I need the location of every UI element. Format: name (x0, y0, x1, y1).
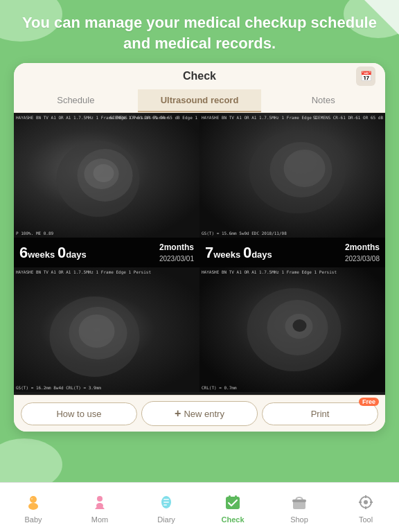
card-header: Check 📅 (14, 63, 385, 89)
nav-item-check[interactable]: Check (200, 491, 266, 524)
nav-label-check: Check (221, 515, 244, 524)
cell-weeks-1: 6weeks 0days (19, 244, 87, 262)
us-text-left-2: HAYASHE BN TV A1 OR A1 1.7.5MHz 1 Frame … (202, 115, 317, 121)
cell-weeks-big-2: 7 (205, 244, 213, 261)
cell-info-2: 7weeks 0days 2months 2023/03/08 (200, 238, 385, 267)
plus-icon: + (175, 407, 181, 420)
diary-icon (155, 491, 177, 513)
new-entry-button[interactable]: + New entry (141, 401, 258, 426)
page-title: You can manage your medical checkup sche… (0, 0, 399, 63)
cell-month-2: 2months (345, 241, 380, 254)
tab-notes[interactable]: Notes (261, 89, 385, 112)
nav-label-shop: Shop (290, 515, 308, 524)
nav-item-mom[interactable]: Mom (66, 491, 133, 524)
us-text-top-1: SIEMENS CR-61 DR-61 OR 65 dB Edge 1 (110, 115, 197, 120)
svg-point-14 (30, 496, 37, 503)
bottom-toolbar: How to use + New entry Print Free (14, 395, 385, 432)
tab-ultrasound[interactable]: Ultrasound record (138, 89, 262, 112)
us-image-4: HAYASHE BN TV A1 OR A1 1.7.5MHz 1 Frame … (200, 267, 385, 392)
cell-meta-1: 2months 2023/03/01 (159, 241, 194, 264)
cell-days-big-1: 0 (57, 244, 66, 261)
svg-point-3 (94, 164, 114, 182)
svg-rect-20 (163, 499, 169, 500)
svg-point-15 (28, 503, 38, 510)
cell-date-2: 2023/03/08 (345, 254, 380, 264)
cell-month-1: 2months (159, 241, 194, 254)
svg-rect-22 (163, 504, 167, 506)
us-text-bottom-1: P 100%. ME 0.89 (16, 231, 53, 236)
ultrasound-cell-4[interactable]: HAYASHE BN TV A1 OR A1 1.7.5MHz 1 Frame … (200, 267, 385, 395)
calendar-icon[interactable]: 📅 (356, 66, 375, 86)
tab-schedule[interactable]: Schedule (14, 89, 138, 112)
nav-item-tool[interactable]: Tool (332, 491, 399, 524)
nav-label-diary: Diary (157, 515, 175, 524)
us-image-3: HAYASHE BN TV A1 OR A1 1.7.5MHz 1 Frame … (14, 267, 200, 392)
main-card: Check 📅 Schedule Ultrasound record Notes (14, 63, 385, 432)
nav-item-diary[interactable]: Diary (133, 491, 200, 524)
shop-icon (288, 491, 310, 513)
baby-icon (22, 491, 44, 513)
mom-icon (89, 491, 111, 513)
svg-rect-21 (163, 502, 169, 503)
print-button[interactable]: Print Free (262, 402, 378, 425)
cell-weeks-2: 7weeks 0days (205, 244, 272, 262)
nav-item-shop[interactable]: Shop (266, 491, 332, 524)
ultrasound-cell-2[interactable]: HAYASHE BN TV A1 OR A1 1.7.5MHz 1 Frame … (200, 113, 385, 267)
nav-label-mom: Mom (91, 515, 108, 524)
us-text-top-2: SIEMENS CR-61 DR-61 OR 65 dB (313, 115, 383, 120)
svg-point-29 (364, 500, 368, 504)
nav-item-baby[interactable]: Baby (0, 491, 66, 524)
cell-days-big-2: 0 (243, 244, 251, 261)
free-badge: Free (359, 398, 379, 406)
us-image-1: HAYASHE BN TV A1 OR A1 1.7.5MHz 1 Frame … (14, 113, 200, 238)
ultrasound-cell-1[interactable]: HAYASHE BN TV A1 OR A1 1.7.5MHz 1 Frame … (14, 113, 200, 267)
svg-point-13 (293, 319, 307, 332)
cell-spacer-4 (200, 392, 385, 395)
us-text-bottom-2: GS(T) = 15.6mm 5w0d EDC 2018/11/08 (202, 231, 287, 236)
tool-icon (355, 491, 377, 513)
us-text-left-3: HAYASHE BN TV A1 OR A1 1.7.5MHz 1 Frame … (16, 269, 151, 275)
tab-bar: Schedule Ultrasound record Notes (14, 89, 385, 113)
ultrasound-cell-3[interactable]: HAYASHE BN TV A1 OR A1 1.7.5MHz 1 Frame … (14, 267, 200, 395)
cell-info-1: 6weeks 0days 2months 2023/03/01 (14, 238, 200, 267)
card-title: Check (183, 70, 216, 82)
nav-label-baby: Baby (24, 515, 42, 524)
ultrasound-grid: HAYASHE BN TV A1 OR A1 1.7.5MHz 1 Frame … (14, 113, 385, 395)
how-to-use-button[interactable]: How to use (21, 402, 137, 425)
us-text-bottom-3: GS(T) = 16.2mm 8w4d CRL(T) = 3.9mm (16, 385, 101, 390)
svg-rect-24 (229, 495, 231, 499)
svg-point-17 (97, 496, 103, 502)
cell-weeks-big-1: 6 (19, 244, 28, 261)
bottom-nav: Baby Mom Diary (0, 482, 399, 532)
new-entry-label: New entry (184, 409, 224, 419)
us-text-bottom-4: CRL(T) = 0.7mm (202, 385, 237, 390)
us-image-2: HAYASHE BN TV A1 OR A1 1.7.5MHz 1 Frame … (200, 113, 385, 238)
cell-meta-2: 2months 2023/03/08 (345, 241, 380, 264)
print-label: Print (311, 409, 330, 419)
check-icon (222, 491, 244, 513)
svg-point-18 (96, 503, 103, 508)
svg-point-6 (284, 150, 326, 187)
cell-date-1: 2023/03/01 (159, 254, 194, 264)
nav-label-tool: Tool (359, 515, 373, 524)
svg-point-16 (31, 498, 33, 499)
corner-decoration (364, 0, 399, 35)
svg-rect-25 (235, 495, 237, 499)
us-text-left-4: HAYASHE BN TV A1 OR A1 1.7.5MHz 1 Frame … (202, 269, 337, 275)
cell-spacer-3 (14, 392, 200, 395)
svg-point-9 (79, 314, 115, 348)
svg-rect-27 (292, 499, 306, 502)
